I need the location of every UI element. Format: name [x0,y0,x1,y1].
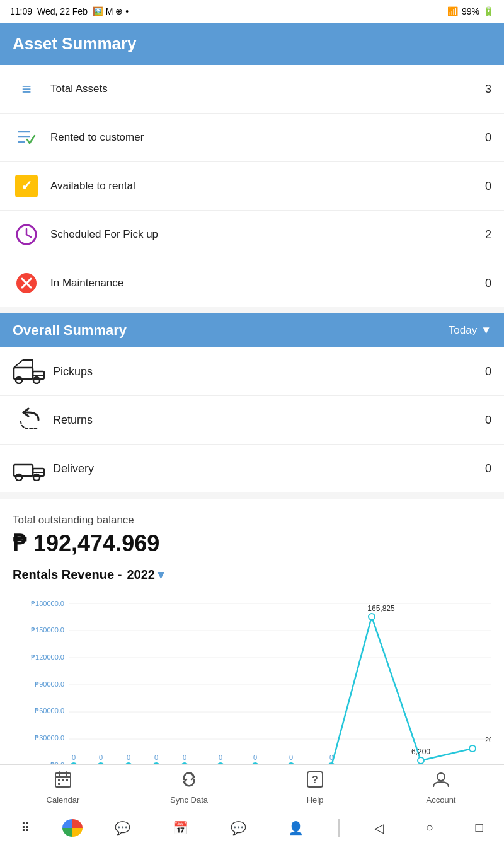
svg-text:0: 0 [154,754,158,761]
maintenance-value: 0 [472,277,491,290]
nav-sync[interactable]: Sync Data [126,771,252,805]
summary-row-delivery[interactable]: Delivery 0 [0,445,504,492]
nav-account[interactable]: Account [378,771,504,805]
calendar-app-icon[interactable]: 📅 [163,815,198,841]
chart-svg: ₱180000.0 ₱150000.0 ₱120000.0 ₱90000.0 ₱… [19,595,491,790]
messages-icon[interactable]: 💬 [105,815,140,841]
overall-summary-header: Overall Summary Today ▼ [0,313,504,347]
back-button[interactable]: ◁ [364,815,394,841]
delivery-value: 0 [472,462,491,475]
svg-text:165,825: 165,825 [367,604,395,613]
svg-text:₱60000.0: ₱60000.0 [35,707,64,714]
revenue-year-value: 2022 [127,568,155,582]
help-icon: ? [306,771,324,793]
svg-point-61 [418,757,424,764]
battery: 99% [462,6,479,16]
svg-line-5 [26,235,31,237]
scheduled-label: Scheduled For Pick up [50,228,472,241]
svg-text:₱180000.0: ₱180000.0 [31,600,64,607]
dropdown-icon: ▼ [481,324,491,337]
checkbox-icon: ✓ [13,172,40,200]
available-label: Available to rental [50,180,472,192]
asset-row-rented[interactable]: Rented to customer 0 [0,114,504,162]
bottom-nav: Calendar Sync Data ? Help A [0,764,504,810]
overall-summary-title: Overall Summary [13,322,127,339]
fb-messenger-icon[interactable]: 💬 [220,815,256,841]
battery-icon: 🔋 [483,6,494,16]
period-badge[interactable]: Today ▼ [449,324,491,337]
summary-row-pickups[interactable]: Pickups 0 [0,347,504,396]
nav-account-label: Account [427,795,456,805]
svg-rect-71 [62,779,64,781]
contacts-icon[interactable]: 👤 [278,815,314,841]
pickups-value: 0 [472,365,491,378]
asset-summary-section: ≡ Total Assets 3 Rented to customer 0 ✓ [0,65,504,307]
nav-calendar-label: Calendar [47,795,80,805]
list-check-icon [13,124,40,151]
pickups-label: Pickups [53,365,472,378]
account-icon [432,771,450,793]
svg-text:₱150000.0: ₱150000.0 [31,626,64,634]
revenue-chart: ₱180000.0 ₱150000.0 ₱120000.0 ₱90000.0 ₱… [13,588,491,790]
sync-icon [180,771,198,793]
rented-value: 0 [472,131,491,144]
period-label: Today [449,324,477,337]
nav-calendar[interactable]: Calendar [0,771,126,805]
status-bar-right: 📶 99% 🔋 [447,6,494,16]
return-icon [13,406,47,434]
svg-point-13 [33,377,40,383]
svg-rect-73 [58,783,60,785]
svg-text:0: 0 [99,754,103,761]
balance-section: Total outstanding balance ₱ 192,474.969 … [0,499,504,796]
svg-text:0: 0 [127,754,130,761]
nav-help-label: Help [307,795,324,805]
list-icon: ≡ [13,75,40,103]
svg-point-21 [33,474,40,481]
svg-line-14 [14,360,23,368]
time: 11:09 [10,6,32,16]
recent-button[interactable]: □ [466,815,493,840]
returns-label: Returns [53,414,472,427]
asset-row-total[interactable]: ≡ Total Assets 3 [0,65,504,114]
svg-text:₱30000.0: ₱30000.0 [35,734,64,742]
separator [338,819,340,837]
date: Wed, 22 Feb [37,6,88,16]
svg-rect-70 [58,779,60,781]
svg-text:₱120000.0: ₱120000.0 [31,653,64,661]
page-title: Asset Summary [13,34,491,54]
wifi-icon: 📶 [447,6,458,16]
nav-help[interactable]: ? Help [252,771,378,805]
chrome-icon[interactable] [62,819,83,837]
status-bar: 11:09 Wed, 22 Feb 🖼️ M ⊕ • 📶 99% 🔋 [0,0,504,23]
svg-text:0: 0 [183,754,186,761]
svg-rect-72 [66,779,68,781]
svg-point-76 [437,773,445,781]
svg-text:₱90000.0: ₱90000.0 [35,680,64,688]
revenue-title-text: Rentals Revenue - [13,568,122,582]
scheduled-value: 2 [472,228,491,242]
asset-row-scheduled[interactable]: Scheduled For Pick up 2 [0,211,504,259]
year-dropdown-icon: ▾ [158,567,164,582]
clock-icon [13,221,40,248]
delivery-label: Delivery [53,462,472,475]
svg-point-62 [469,745,476,752]
revenue-year-selector[interactable]: 2022 ▾ [127,567,164,582]
maintenance-label: In Maintenance [50,277,472,289]
summary-row-returns[interactable]: Returns 0 [0,396,504,445]
svg-point-20 [16,474,22,481]
main-content: Asset Summary ≡ Total Assets 3 Rented to… [0,23,504,845]
rented-label: Rented to customer [50,131,472,144]
asset-row-available[interactable]: ✓ Available to rental 0 [0,162,504,211]
svg-text:0: 0 [253,754,257,761]
delivery-icon [13,455,47,482]
asset-row-maintenance[interactable]: In Maintenance 0 [0,259,504,307]
svg-text:?: ? [312,774,318,785]
svg-point-60 [369,614,375,620]
balance-amount: ₱ 192,474.969 [13,530,491,557]
svg-text:6,200: 6,200 [411,747,430,756]
total-assets-label: Total Assets [50,83,472,95]
pickup-icon [13,358,47,385]
home-button[interactable]: ○ [416,815,444,840]
apps-button[interactable]: ⠿ [11,815,40,841]
available-value: 0 [472,180,491,193]
